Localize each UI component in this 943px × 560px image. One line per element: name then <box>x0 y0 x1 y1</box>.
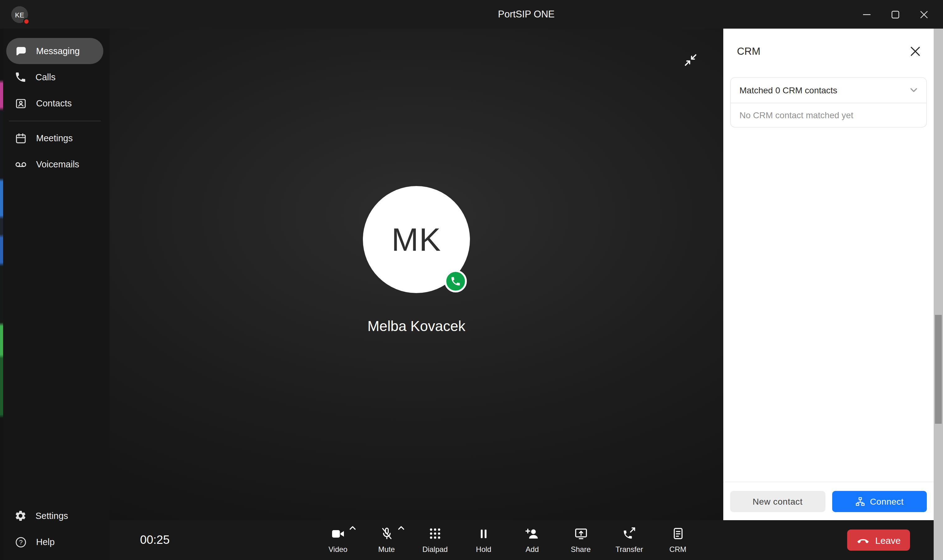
sidebar-item-label: Help <box>36 537 55 547</box>
hold-button[interactable]: Hold <box>465 526 502 554</box>
help-icon: ? <box>14 535 28 548</box>
user-avatar-initials: KE <box>15 11 24 18</box>
pause-icon <box>477 527 490 540</box>
svg-text:?: ? <box>19 538 22 545</box>
sitemap-icon <box>855 496 865 506</box>
phone-icon <box>450 275 461 287</box>
sidebar-item-messaging[interactable]: Messaging <box>6 38 103 64</box>
scrollbar-thumb[interactable] <box>935 315 942 424</box>
sidebar-item-help[interactable]: ? Help <box>6 529 103 555</box>
sidebar-footer: Settings ? Help <box>0 503 109 555</box>
sidebar-divider <box>9 121 101 122</box>
add-person-icon <box>525 526 540 541</box>
control-label: Add <box>525 545 539 554</box>
control-label: Mute <box>378 545 394 554</box>
scrollbar[interactable] <box>934 29 943 560</box>
call-avatar-initials: MK <box>391 221 441 258</box>
sidebar-item-label: Voicemails <box>36 159 79 169</box>
crm-matched-label: Matched 0 CRM contacts <box>740 85 837 95</box>
crm-button[interactable]: CRM <box>659 526 696 554</box>
control-label: Dialpad <box>422 545 448 554</box>
sidebar-item-label: Settings <box>35 511 68 521</box>
chevron-up-icon <box>349 526 356 530</box>
window-title: PortSIP ONE <box>109 0 943 29</box>
connect-button[interactable]: Connect <box>832 491 927 512</box>
add-participant-button[interactable]: Add <box>513 526 551 554</box>
transfer-call-icon <box>622 526 637 541</box>
crm-panel: CRM Matched 0 CRM contacts No CRM contac… <box>723 29 934 520</box>
contact-card-icon <box>14 97 28 110</box>
transfer-call-button[interactable]: Transfer <box>611 526 648 554</box>
connect-button-label: Connect <box>870 496 904 506</box>
portsip-app-window: PortSIP ONE KE Messaging <box>0 0 943 560</box>
call-avatar: MK <box>363 186 470 293</box>
crm-footer: New contact Connect <box>723 482 934 520</box>
control-label: CRM <box>669 545 687 554</box>
voicemail-icon <box>14 158 28 171</box>
control-label: Share <box>571 545 591 554</box>
sidebar-item-settings[interactable]: Settings <box>6 503 103 529</box>
leave-button[interactable]: Leave <box>847 529 910 551</box>
dialpad-icon <box>428 527 442 540</box>
sidebar-item-label: Contacts <box>36 98 72 108</box>
share-screen-icon <box>573 526 588 541</box>
sidebar-item-contacts[interactable]: Contacts <box>6 90 103 116</box>
hangup-icon <box>857 534 869 547</box>
call-controls: Video Mute Dialpad <box>319 526 696 554</box>
chat-icon <box>14 45 28 58</box>
chevron-up-icon <box>398 526 404 530</box>
crm-close-button[interactable] <box>906 42 924 60</box>
window-controls <box>852 0 938 29</box>
call-control-bar: 00:25 Video Mute <box>109 520 934 560</box>
sidebar: Messaging Calls Contacts Meetings <box>0 29 109 560</box>
sidebar-item-label: Meetings <box>36 133 73 143</box>
sidebar-item-meetings[interactable]: Meetings <box>6 125 103 151</box>
calendar-icon <box>14 132 28 145</box>
exit-fullscreen-icon <box>683 52 698 68</box>
call-stage: MK Melba Kovacek <box>109 29 723 520</box>
close-icon <box>910 46 920 56</box>
minimize-icon <box>862 10 871 18</box>
sidebar-item-label: Calls <box>35 72 55 82</box>
crm-matched-accordion: Matched 0 CRM contacts No CRM contact ma… <box>730 77 927 128</box>
video-camera-icon <box>331 526 345 541</box>
crm-panel-header: CRM <box>723 29 934 74</box>
call-timer: 00:25 <box>140 520 169 560</box>
crm-empty-text: No CRM contact matched yet <box>731 103 926 127</box>
sidebar-nav: Messaging Calls Contacts Meetings <box>0 29 109 177</box>
maximize-button[interactable] <box>881 0 909 29</box>
control-label: Hold <box>476 545 491 554</box>
phone-icon <box>14 71 27 83</box>
sidebar-item-voicemails[interactable]: Voicemails <box>6 151 103 177</box>
sidebar-item-calls[interactable]: Calls <box>6 64 103 90</box>
maximize-icon <box>891 10 899 18</box>
crm-notes-icon <box>671 526 685 541</box>
dialpad-button[interactable]: Dialpad <box>416 526 454 554</box>
new-contact-button[interactable]: New contact <box>730 491 825 512</box>
gear-icon <box>14 509 27 522</box>
callee-name: Melba Kovacek <box>368 318 465 335</box>
control-label: Transfer <box>616 545 643 554</box>
leave-button-label: Leave <box>875 535 901 545</box>
audio-devices-chevron[interactable] <box>398 526 404 530</box>
close-icon <box>920 10 928 18</box>
call-status-badge <box>444 270 467 292</box>
user-status-dot <box>23 18 30 25</box>
user-avatar[interactable]: KE <box>11 6 28 23</box>
titlebar: PortSIP ONE <box>0 0 943 29</box>
mic-off-icon <box>379 526 394 541</box>
callee-block: MK Melba Kovacek <box>363 186 470 335</box>
video-button[interactable]: Video <box>319 526 357 554</box>
crm-panel-title: CRM <box>737 45 760 57</box>
minimize-button[interactable] <box>852 0 881 29</box>
sidebar-item-label: Messaging <box>36 46 80 56</box>
control-label: Video <box>329 545 348 554</box>
close-button[interactable] <box>909 0 938 29</box>
desktop-edge-strip <box>0 29 3 560</box>
exit-fullscreen-button[interactable] <box>683 52 698 68</box>
mute-button[interactable]: Mute <box>368 526 405 554</box>
crm-matched-header[interactable]: Matched 0 CRM contacts <box>731 78 926 103</box>
share-screen-button[interactable]: Share <box>562 526 599 554</box>
video-devices-chevron[interactable] <box>349 526 356 530</box>
chevron-down-icon <box>910 88 917 93</box>
